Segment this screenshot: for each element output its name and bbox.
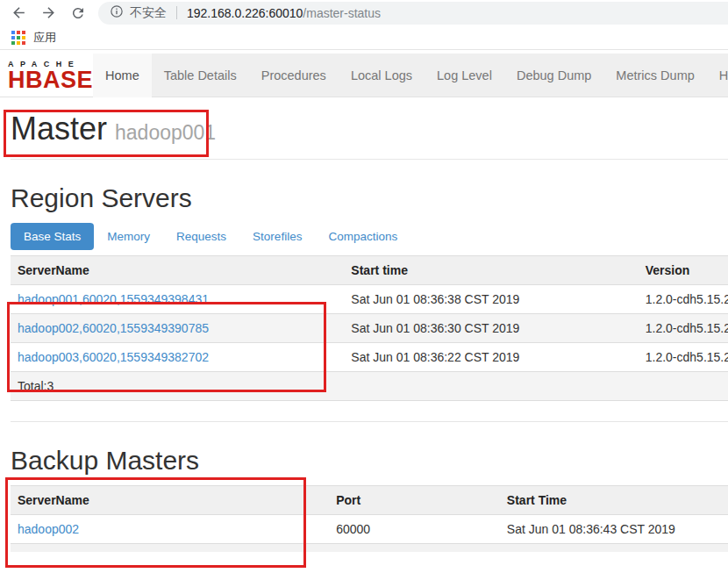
next-row-partial <box>11 543 728 552</box>
logo-hbase-text: HBASE <box>8 68 93 91</box>
tab-link[interactable]: Memory <box>94 223 163 250</box>
version-cell: 1.2.0-cdh5.15.2 <box>639 343 728 372</box>
nav-link[interactable]: Table Details <box>152 54 249 97</box>
version-cell: 1.2.0-cdh5.15.2 <box>639 314 728 343</box>
tab-storefiles: Storefiles <box>239 223 315 250</box>
url-text: 192.168.0.226:60010/master-status <box>187 6 381 20</box>
server-link[interactable]: hadoop002,60020,1559349390785 <box>18 321 209 335</box>
column-header: Version <box>639 256 728 285</box>
total-row: Total:3 <box>11 372 728 401</box>
table-row: hadoop002,60020,1559349390785Sat Jun 01 … <box>11 314 728 343</box>
server-name-cell: hadoop003,60020,1559349382702 <box>11 343 344 372</box>
table-header-row: ServerNamePortStart Time <box>11 486 728 515</box>
nav-link[interactable]: Debug Dump <box>504 54 603 97</box>
start-time-cell: Sat Jun 01 08:36:22 CST 2019 <box>344 343 638 372</box>
server-link[interactable]: hadoop001,60020,1559349398431 <box>18 292 209 306</box>
nav-link[interactable]: Log Level <box>425 54 504 97</box>
port-cell: 60000 <box>329 515 500 544</box>
nav-link[interactable]: HBase <box>707 54 728 97</box>
master-title: Master <box>11 111 107 147</box>
nav-link[interactable]: Local Logs <box>339 54 425 97</box>
omnibox-divider <box>176 6 177 19</box>
tab-memory: Memory <box>94 223 163 250</box>
server-link[interactable]: hadoop002 <box>18 522 79 536</box>
page-title: Masterhadoop001 <box>11 111 728 150</box>
nav-item-table-details: Table Details <box>152 54 249 97</box>
column-header: Start Time <box>500 486 728 515</box>
nav-item-log-level: Log Level <box>425 54 504 97</box>
region-servers-tabs: Base StatsMemoryRequestsStorefilesCompac… <box>11 223 728 250</box>
top-navigation: HomeTable DetailsProceduresLocal LogsLog… <box>93 54 728 97</box>
table-row: hadoop003,60020,1559349382702Sat Jun 01 … <box>11 343 728 372</box>
refresh-icon[interactable] <box>68 4 88 23</box>
title-divider <box>11 159 728 160</box>
start-time-cell: Sat Jun 01 08:36:43 CST 2019 <box>500 515 728 544</box>
region-servers-table: ServerNameStart timeVersion hadoop001,60… <box>11 255 728 401</box>
url-host: 192.168.0.226:60010 <box>187 6 303 20</box>
table-header-row: ServerNameStart timeVersion <box>11 256 728 285</box>
bookmarks-apps-label[interactable]: 应用 <box>33 30 56 46</box>
nav-item-metrics-dump: Metrics Dump <box>603 54 706 97</box>
forward-icon[interactable] <box>39 4 58 23</box>
info-icon[interactable] <box>110 4 124 21</box>
backup-masters-title: Backup Masters <box>11 446 728 475</box>
column-header: ServerName <box>11 486 329 515</box>
nav-item-home: Home <box>93 54 152 97</box>
tab-link[interactable]: Storefiles <box>239 223 315 250</box>
backup-masters-table: ServerNamePortStart Time hadoop00260000S… <box>11 485 728 543</box>
column-header: ServerName <box>11 256 344 285</box>
nav-item-debug-dump: Debug Dump <box>504 54 603 97</box>
nav-item-local-logs: Local Logs <box>339 54 425 97</box>
start-time-cell: Sat Jun 01 08:36:38 CST 2019 <box>344 285 638 314</box>
section-divider <box>11 421 728 422</box>
page-content: Masterhadoop001 Region Servers Base Stat… <box>0 111 728 552</box>
navbar: APACHE HBASE HomeTable DetailsProcedures… <box>0 54 728 97</box>
region-servers-title: Region Servers <box>11 183 728 212</box>
tab-requests: Requests <box>163 223 239 250</box>
start-time-cell: Sat Jun 01 08:36:30 CST 2019 <box>344 314 638 343</box>
url-path: /master-status <box>303 6 381 20</box>
version-cell: 1.2.0-cdh5.15.2 <box>639 285 728 314</box>
nav-link[interactable]: Metrics Dump <box>603 54 706 97</box>
back-icon[interactable] <box>9 4 28 23</box>
security-status[interactable]: 不安全 <box>130 5 167 21</box>
server-link[interactable]: hadoop003,60020,1559349382702 <box>18 350 209 364</box>
server-name-cell: hadoop002 <box>11 515 329 544</box>
tab-link[interactable]: Base Stats <box>11 223 94 250</box>
nav-link[interactable]: Procedures <box>249 54 339 97</box>
address-bar[interactable]: 不安全 192.168.0.226:60010/master-status <box>98 2 728 25</box>
tab-compactions: Compactions <box>315 223 410 250</box>
column-header: Start time <box>344 256 638 285</box>
total-cell: Total:3 <box>11 372 728 401</box>
hbase-logo[interactable]: APACHE HBASE <box>0 54 93 97</box>
column-header: Port <box>329 486 500 515</box>
tab-link[interactable]: Compactions <box>315 223 410 250</box>
server-name-cell: hadoop002,60020,1559349390785 <box>11 314 344 343</box>
tab-base-stats: Base Stats <box>11 223 94 250</box>
bookmarks-bar: 应用 <box>0 25 728 50</box>
apps-grid-icon[interactable] <box>11 31 25 45</box>
tab-link[interactable]: Requests <box>163 223 239 250</box>
browser-toolbar: 不安全 192.168.0.226:60010/master-status <box>0 0 728 25</box>
nav-link[interactable]: Home <box>93 54 152 97</box>
master-hostname: hadoop001 <box>115 121 216 144</box>
server-name-cell: hadoop001,60020,1559349398431 <box>11 285 344 314</box>
table-row: hadoop00260000Sat Jun 01 08:36:43 CST 20… <box>11 515 728 544</box>
nav-item-hbase: HBase <box>707 54 728 97</box>
table-row: hadoop001,60020,1559349398431Sat Jun 01 … <box>11 285 728 314</box>
nav-item-procedures: Procedures <box>249 54 339 97</box>
